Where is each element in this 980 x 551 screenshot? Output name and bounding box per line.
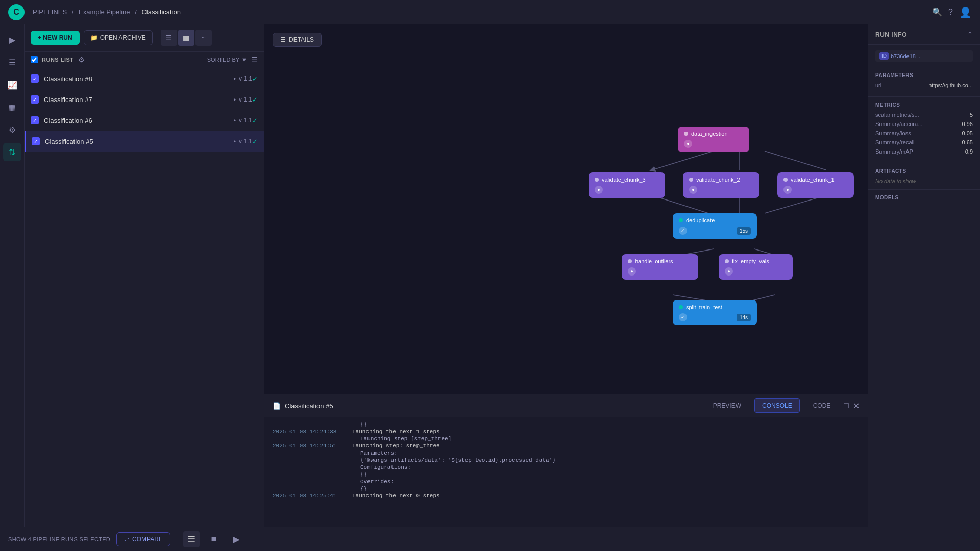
node-handle-outliers[interactable]: handle_outliers ● (622, 254, 698, 280)
node-fix-empty-vals[interactable]: fix_empty_vals ● (719, 254, 793, 280)
console-timestamp (273, 457, 344, 463)
filter-button[interactable]: ☰ (251, 56, 258, 64)
console-expand-button[interactable]: □ (844, 401, 849, 411)
breadcrumb-pipelines[interactable]: PIPELINES (33, 8, 67, 16)
details-button[interactable]: ☰ DETAILS (273, 33, 322, 47)
run-checkbox-5[interactable]: ✓ (32, 137, 40, 145)
node-label-split-train-test: split_train_test (686, 304, 722, 310)
user-icon[interactable]: 👤 (959, 6, 972, 18)
artifacts-title: ARTIFACTS (875, 168, 973, 174)
console-line: {} (273, 486, 860, 492)
models-title: MODELS (875, 195, 973, 201)
console-content: {} 2025-01-08 14:24:38 Launching the nex… (264, 417, 868, 527)
run-name-5: Classification #5 (45, 138, 230, 145)
info-collapse-icon[interactable]: ⌃ (967, 31, 973, 38)
run-name-8: Classification #8 (44, 75, 230, 83)
metric-val-recall: 0.65 (962, 139, 973, 145)
run-checkbox-6[interactable]: ✓ (31, 116, 39, 124)
parameters-title: PARAMETERS (875, 72, 973, 78)
main-layout: ▶ ☰ 📈 ▦ ⚙ ⇅ + NEW RUN 📁 OPEN ARCHIVE ☰ ▦… (0, 24, 980, 527)
sidebar-icons: ▶ ☰ 📈 ▦ ⚙ ⇅ (0, 24, 24, 527)
run-check-6: ✓ (252, 117, 258, 124)
node-label-validate-chunk-3: validate_chunk_3 (602, 177, 646, 183)
node-dot (689, 178, 693, 182)
grid-view-button[interactable]: ▦ (178, 30, 194, 46)
new-run-button[interactable]: + NEW RUN (31, 31, 80, 45)
run-item-5[interactable]: ✓ Classification #5 • v 1.1 ✓ (24, 131, 264, 152)
status-icon-table[interactable]: ☰ (183, 531, 200, 547)
console-tab-preview[interactable]: PREVIEW (706, 399, 748, 412)
status-icon-play[interactable]: ▶ (228, 531, 244, 547)
sidebar-icon-pipeline[interactable]: ⇅ (3, 143, 21, 161)
console-close-button[interactable]: ✕ (853, 401, 860, 411)
settings-icon[interactable]: ⚙ (78, 56, 85, 64)
sort-button[interactable]: SORTED BY ▼ (207, 57, 247, 63)
node-dot (679, 218, 683, 222)
svg-line-0 (652, 151, 714, 170)
app-logo[interactable]: C (8, 4, 24, 20)
node-dot (595, 178, 599, 182)
run-version-5: v 1.1 (239, 138, 252, 145)
run-item-6[interactable]: ✓ Classification #6 • v 1.1 ✓ (24, 110, 264, 131)
open-archive-button[interactable]: 📁 OPEN ARCHIVE (84, 30, 153, 45)
status-divider (177, 533, 177, 545)
metric-row-scalar: scalar metrics/s... 5 (875, 112, 973, 118)
breadcrumb-pipeline-name[interactable]: Example Pipeline (79, 8, 130, 16)
info-section-parameters: PARAMETERS url https://github.co... (868, 67, 980, 97)
console-timestamp (273, 486, 344, 492)
id-icon: ID (879, 52, 889, 60)
sidebar-icon-gear[interactable]: ⚙ (3, 120, 21, 139)
node-status-icon: ● (783, 186, 792, 194)
console-msg: Launching the next 0 steps (352, 493, 440, 499)
run-check-8: ✓ (252, 75, 258, 83)
console-msg: Overrides: (352, 479, 394, 485)
run-name-7: Classification #7 (44, 96, 230, 104)
sidebar-icon-runs[interactable]: ▶ (3, 31, 21, 49)
list-view-button[interactable]: ☰ (161, 30, 177, 46)
sidebar-icon-layers[interactable]: ▦ (3, 98, 21, 116)
run-checkbox-7[interactable]: ✓ (31, 95, 39, 104)
console-msg: Launching step [step_three] (352, 436, 451, 442)
console-panel: 📄 Classification #5 PREVIEW CONSOLE CODE… (264, 394, 868, 527)
metric-row-map: Summary/mAP 0.9 (875, 148, 973, 155)
help-icon[interactable]: ? (948, 8, 953, 17)
node-validate-chunk-2[interactable]: validate_chunk_2 ● (683, 172, 760, 198)
run-checkbox-8[interactable]: ✓ (31, 74, 39, 83)
main-content: ☰ DETAILS (264, 24, 868, 527)
sidebar-icon-chart[interactable]: 📈 (3, 76, 21, 94)
node-split-train-test[interactable]: split_train_test ✓ 14s (673, 300, 757, 325)
details-label: DETAILS (289, 36, 314, 43)
node-validate-chunk-3[interactable]: validate_chunk_3 ● (589, 172, 665, 198)
svg-line-3 (652, 195, 708, 213)
node-status-icon: ● (725, 267, 733, 276)
svg-line-2 (765, 151, 826, 170)
chart-view-button[interactable]: ~ (195, 30, 212, 46)
param-row-url: url https://github.co... (875, 82, 973, 88)
run-version-6: v 1.1 (239, 117, 252, 124)
metric-key-recall: Summary/recall (875, 139, 914, 145)
compare-button[interactable]: ⇌ COMPARE (116, 532, 170, 546)
run-item-8[interactable]: ✓ Classification #8 • v 1.1 ✓ (24, 68, 264, 89)
status-icon-stop[interactable]: ■ (206, 531, 222, 547)
metric-key-accuracy: Summary/accura... (875, 121, 922, 127)
node-validate-chunk-1[interactable]: validate_chunk_1 ● (777, 172, 854, 198)
node-label-fix-empty-vals: fix_empty_vals (732, 258, 769, 264)
run-id-value: b736de18 ... (891, 53, 922, 59)
console-tab-console[interactable]: CONSOLE (754, 398, 800, 413)
node-deduplicate[interactable]: deduplicate ✓ 15s (673, 213, 757, 239)
select-all-checkbox[interactable] (31, 56, 38, 63)
info-section-artifacts: ARTIFACTS No data to show (868, 163, 980, 190)
console-timestamp (273, 471, 344, 478)
run-dot-6: • (233, 117, 236, 124)
node-status-icon: ✓ (679, 227, 687, 235)
search-icon[interactable]: 🔍 (932, 7, 942, 17)
console-timestamp (273, 436, 344, 442)
sidebar-icon-list[interactable]: ☰ (3, 53, 21, 71)
console-tab-code[interactable]: CODE (806, 399, 838, 412)
metric-row-loss: Summary/loss 0.05 (875, 130, 973, 136)
pipeline-graph-svg (264, 24, 868, 394)
metric-val-loss: 0.05 (962, 130, 973, 136)
console-line: {} (273, 421, 860, 428)
run-item-7[interactable]: ✓ Classification #7 • v 1.1 ✓ (24, 89, 264, 110)
node-data-ingestion[interactable]: data_ingestion ● (678, 127, 749, 152)
